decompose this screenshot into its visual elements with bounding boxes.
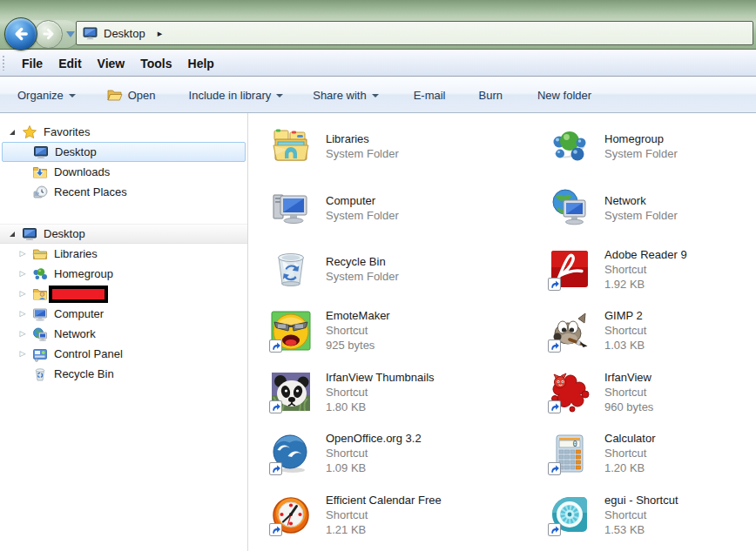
file-type: System Folder — [326, 269, 399, 284]
expand-icon[interactable]: ▷ — [17, 350, 28, 358]
file-size: 1.09 KB — [326, 460, 422, 475]
expand-collapse-icon[interactable] — [7, 130, 17, 135]
menu-view[interactable]: View — [90, 54, 133, 73]
menu-help[interactable]: Help — [180, 54, 222, 73]
file-size: 1.92 KB — [604, 277, 687, 292]
include-in-library-label: Include in library — [189, 89, 272, 102]
file-name: Efficient Calendar Free — [326, 493, 442, 507]
shortcut-arrow-icon — [269, 400, 282, 413]
organize-dropdown-icon — [69, 94, 76, 97]
menu-file[interactable]: File — [14, 54, 51, 73]
file-size: 1.21 KB — [326, 522, 442, 537]
breadcrumb-chevron-icon[interactable]: ▸ — [158, 28, 163, 39]
sidebar-item-libraries[interactable]: ▷ Libraries — [0, 244, 247, 264]
tile-network[interactable]: Network System Folder — [549, 187, 756, 249]
new-folder-label: New folder — [537, 89, 591, 102]
file-size: 1.80 KB — [326, 400, 435, 414]
shortcut-arrow-icon — [269, 523, 282, 536]
sidebar-item-control-panel[interactable]: ▷ Control Panel — [0, 344, 247, 364]
expand-icon[interactable]: ▷ — [17, 310, 28, 318]
tile-irfanview-thumbnails[interactable]: IrfanView Thumbnails Shortcut 1.80 KB — [270, 371, 549, 433]
file-type: System Folder — [604, 208, 678, 223]
file-name: Adobe Reader 9 — [604, 247, 687, 262]
command-bar: Organize Open Include in library Share w… — [0, 77, 756, 113]
file-name: OpenOffice.org 3.2 — [326, 431, 422, 446]
tile-libraries[interactable]: Libraries System Folder — [270, 125, 549, 187]
email-label: E-mail — [414, 89, 446, 102]
tile-recycle-bin[interactable]: Recycle Bin System Folder — [270, 248, 549, 310]
forward-arrow-icon — [39, 24, 58, 44]
sidebar-item-network[interactable]: ▷ Network — [0, 324, 247, 344]
sidebar-item-recycle-bin[interactable]: Recycle Bin — [0, 364, 247, 384]
sidebar-group-favorites[interactable]: Favorites — [0, 122, 247, 142]
address-bar[interactable]: Desktop ▸ — [76, 21, 753, 45]
tile-openoffice[interactable]: OpenOffice.org 3.2 Shortcut 1.09 KB — [270, 433, 549, 494]
burn-button[interactable]: Burn — [478, 89, 502, 102]
menu-tools[interactable]: Tools — [132, 54, 179, 73]
tile-efficient-calendar[interactable]: Efficient Calendar Free Shortcut 1.21 KB — [270, 494, 549, 551]
sidebar-group-gap — [0, 202, 247, 224]
sidebar-group-label: Desktop — [44, 227, 85, 240]
shortcut-arrow-icon — [548, 278, 561, 291]
tile-emotemaker[interactable]: EmoteMaker Shortcut 925 bytes — [270, 310, 549, 372]
include-in-library-button[interactable]: Include in library — [189, 89, 284, 102]
computer-icon — [270, 187, 312, 229]
expand-icon[interactable]: ▷ — [17, 330, 28, 338]
tile-calculator[interactable]: 0 Calcu — [549, 433, 756, 494]
organize-button[interactable]: Organize — [17, 89, 76, 102]
back-button[interactable] — [4, 17, 37, 50]
back-arrow-icon — [10, 23, 32, 45]
forward-button[interactable] — [34, 20, 63, 49]
file-type: Shortcut — [604, 262, 687, 277]
burn-label: Burn — [478, 89, 502, 102]
file-name: Calculator — [604, 431, 656, 446]
downloads-folder-icon — [32, 165, 48, 180]
homegroup-icon — [32, 266, 48, 282]
expand-collapse-icon[interactable] — [7, 232, 17, 237]
shortcut-arrow-icon — [548, 400, 561, 413]
email-button[interactable]: E-mail — [414, 89, 446, 102]
open-label: Open — [128, 89, 156, 102]
desktop-icon — [22, 226, 37, 242]
sidebar-item-computer[interactable]: ▷ Computer — [0, 304, 247, 324]
new-folder-button[interactable]: New folder — [537, 89, 591, 102]
tile-homegroup[interactable]: Homegroup System Folder — [549, 125, 756, 187]
sidebar-item-homegroup[interactable]: ▷ Homegroup — [0, 264, 247, 284]
shortcut-arrow-icon — [269, 462, 282, 475]
sidebar-item-recent-places[interactable]: Recent Places — [0, 182, 247, 202]
file-name: Network — [604, 193, 678, 208]
include-in-library-dropdown-icon — [276, 94, 283, 97]
sidebar-item-label: Desktop — [55, 145, 97, 158]
share-with-button[interactable]: Share with — [313, 89, 378, 102]
tile-egui[interactable]: egui - Shortcut Shortcut 1.53 KB — [549, 494, 756, 551]
file-size: 1.20 KB — [604, 460, 656, 475]
tile-adobe-reader[interactable]: Adobe Reader 9 Shortcut 1.92 KB — [549, 248, 756, 310]
recycle-bin-icon — [32, 366, 48, 382]
tile-gimp[interactable]: GIMP 2 Shortcut 1.03 KB — [549, 310, 756, 372]
file-type: Shortcut — [326, 507, 442, 522]
sidebar-item-downloads[interactable]: Downloads — [0, 162, 247, 182]
tile-irfanview[interactable]: IrfanView Shortcut 960 bytes — [549, 371, 756, 433]
file-type: Shortcut — [604, 446, 656, 460]
expand-icon[interactable]: ▷ — [17, 290, 28, 298]
open-button[interactable]: Open — [107, 88, 156, 102]
sidebar-item-desktop[interactable]: Desktop — [2, 142, 246, 162]
file-type: System Folder — [326, 146, 399, 161]
sidebar-item-label: Libraries — [54, 247, 98, 260]
file-size: 960 bytes — [604, 400, 653, 414]
sidebar-group-desktop[interactable]: Desktop — [0, 224, 247, 244]
user-folder-icon — [32, 286, 48, 302]
menu-bar: File Edit View Tools Help — [0, 50, 756, 77]
navigation-pane: Favorites Desktop Downloads Recent Place… — [0, 113, 248, 551]
address-location[interactable]: Desktop — [104, 27, 145, 40]
sidebar-item-label: Homegroup — [54, 267, 113, 280]
file-type: Shortcut — [604, 385, 653, 400]
file-name: IrfanView Thumbnails — [326, 370, 435, 385]
menu-edit[interactable]: Edit — [51, 54, 89, 73]
tile-computer[interactable]: Computer System Folder — [270, 187, 549, 249]
sidebar-item-user-folder-redacted[interactable]: ▷ — [0, 284, 247, 304]
sidebar-item-label: Recycle Bin — [54, 367, 114, 380]
expand-icon[interactable]: ▷ — [17, 270, 28, 278]
expand-icon[interactable]: ▷ — [17, 250, 28, 258]
shortcut-arrow-icon — [548, 339, 561, 353]
